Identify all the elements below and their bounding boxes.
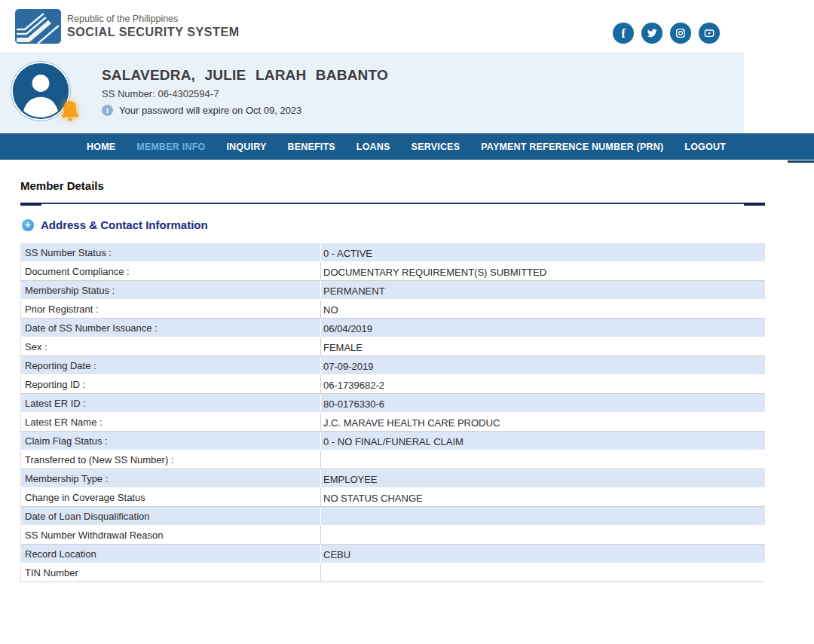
row-value xyxy=(320,563,765,581)
row-label: Transferred to (New SS Number) : xyxy=(20,450,320,469)
table-row: TIN Number xyxy=(20,563,765,582)
row-value: EMPLOYEE xyxy=(320,469,765,487)
row-label: Latest ER Name : xyxy=(20,413,320,431)
row-label: SS Number Withdrawal Reason xyxy=(20,526,320,544)
table-row: Record LocationCEBU xyxy=(20,545,765,563)
table-row: Date of Loan Disqualification xyxy=(20,507,765,526)
table-row: Membership Type :EMPLOYEE xyxy=(20,469,765,488)
row-value: PERMANENT xyxy=(320,281,765,299)
row-label: Change in Coverage Status xyxy=(20,488,320,506)
page-title: Member Details xyxy=(20,179,814,192)
nav-item-benefits[interactable]: BENEFITS xyxy=(287,142,335,152)
password-notice: Your password will expire on Oct 09, 202… xyxy=(119,105,301,116)
table-row: Membership Status :PERMANENT xyxy=(20,281,765,300)
row-value: CEBU xyxy=(320,545,765,563)
youtube-icon[interactable] xyxy=(699,23,720,44)
row-label: Latest ER ID : xyxy=(20,394,320,412)
table-row: Reporting ID :06-1739682-2 xyxy=(20,375,765,394)
instagram-icon[interactable] xyxy=(670,23,691,44)
brand-org-name: SOCIAL SECURITY SYSTEM xyxy=(67,26,240,39)
password-notice-row: i Your password will expire on Oct 09, 2… xyxy=(102,105,388,116)
row-value xyxy=(320,507,765,525)
table-row: Document Compliance :DOCUMENTARY REQUIRE… xyxy=(20,262,765,281)
member-ss-number: SS Number: 06-4302594-7 xyxy=(102,88,388,99)
row-label: SS Number Status : xyxy=(20,243,320,261)
sss-logo-icon xyxy=(15,9,61,44)
member-summary-band: SALAVEDRA, JULIE LARAH BABANTO SS Number… xyxy=(0,53,744,133)
main-nav: HOMEMEMBER INFOINQUIRYBENEFITSLOANSSERVI… xyxy=(0,133,814,160)
row-label: TIN Number xyxy=(20,563,320,581)
avatar-wrap xyxy=(11,62,81,127)
sss-member-portal-page: Republic of the Philippines SOCIAL SECUR… xyxy=(0,0,814,644)
brand-text: Republic of the Philippines SOCIAL SECUR… xyxy=(67,14,240,40)
table-row: Latest ER ID :80-0176330-6 xyxy=(20,394,765,413)
row-value: FEMALE xyxy=(320,337,765,356)
expand-plus-icon[interactable]: + xyxy=(22,219,34,231)
info-icon: i xyxy=(102,105,113,116)
nav-item-payment-reference-number-prn[interactable]: PAYMENT REFERENCE NUMBER (PRN) xyxy=(481,142,663,152)
row-label: Membership Type : xyxy=(20,469,320,487)
member-text: SALAVEDRA, JULIE LARAH BABANTO SS Number… xyxy=(102,67,388,133)
row-value xyxy=(320,526,765,544)
site-header: Republic of the Philippines SOCIAL SECUR… xyxy=(0,0,744,53)
row-value: DOCUMENTARY REQUIREMENT(S) SUBMITTED xyxy=(320,262,765,280)
table-row: Reporting Date :07-09-2019 xyxy=(20,356,765,375)
row-value: 07-09-2019 xyxy=(320,356,765,374)
table-row: Prior Registrant :NO xyxy=(20,300,765,319)
member-table: SS Number Status :0 - ACTIVEDocument Com… xyxy=(20,243,765,582)
row-label: Sex : xyxy=(20,337,320,356)
nav-item-inquiry[interactable]: INQUIRY xyxy=(226,142,266,152)
row-label: Reporting Date : xyxy=(20,356,320,374)
member-name: SALAVEDRA, JULIE LARAH BABANTO xyxy=(102,67,388,84)
row-value: NO xyxy=(320,300,765,318)
row-value: J.C. MARAVE HEALTH CARE PRODUC xyxy=(320,413,765,431)
notification-bell-icon[interactable] xyxy=(57,98,84,125)
row-label: Claim Flag Status : xyxy=(20,432,320,450)
table-row: Transferred to (New SS Number) : xyxy=(20,450,765,469)
title-divider xyxy=(20,203,765,206)
table-row: Change in Coverage StatusNO STATUS CHANG… xyxy=(20,488,765,507)
main-content: Member Details + Address & Contact Infor… xyxy=(0,160,814,582)
facebook-icon[interactable]: f xyxy=(613,23,634,44)
table-row: SS Number Status :0 - ACTIVE xyxy=(20,243,765,262)
row-value: 0 - NO FINAL/FUNERAL CLAIM xyxy=(320,432,765,450)
row-label: Reporting ID : xyxy=(20,375,320,393)
table-row: Sex :FEMALE xyxy=(20,337,765,356)
brand: Republic of the Philippines SOCIAL SECUR… xyxy=(0,9,240,44)
row-value: 0 - ACTIVE xyxy=(320,243,765,261)
nav-item-home[interactable]: HOME xyxy=(87,142,115,152)
table-row: SS Number Withdrawal Reason xyxy=(20,526,765,545)
nav-item-services[interactable]: SERVICES xyxy=(412,142,461,152)
section-address-contact[interactable]: + Address & Contact Information xyxy=(22,218,814,231)
row-label: Record Location xyxy=(20,545,320,563)
nav-item-loans[interactable]: LOANS xyxy=(357,142,390,152)
section-title: Address & Contact Information xyxy=(41,218,208,231)
row-label: Date of Loan Disqualification xyxy=(20,507,320,525)
row-value: 80-0176330-6 xyxy=(320,394,765,412)
row-label: Document Compliance : xyxy=(20,262,320,280)
row-value: 06-1739682-2 xyxy=(320,375,765,393)
row-value: NO STATUS CHANGE xyxy=(320,488,765,506)
row-value: 06/04/2019 xyxy=(320,319,765,337)
nav-item-logout[interactable]: LOGOUT xyxy=(684,142,726,152)
row-label: Prior Registrant : xyxy=(20,300,320,318)
row-label: Membership Status : xyxy=(20,281,320,299)
table-row: Claim Flag Status :0 - NO FINAL/FUNERAL … xyxy=(20,432,765,450)
brand-tagline: Republic of the Philippines xyxy=(67,14,240,24)
nav-item-member-info[interactable]: MEMBER INFO xyxy=(136,142,205,152)
row-label: Date of SS Number Issuance : xyxy=(20,319,320,337)
social-links: f xyxy=(613,23,744,44)
table-row: Date of SS Number Issuance :06/04/2019 xyxy=(20,319,765,337)
table-row: Latest ER Name :J.C. MARAVE HEALTH CARE … xyxy=(20,413,765,432)
row-value xyxy=(320,450,765,469)
twitter-icon[interactable] xyxy=(641,23,663,44)
